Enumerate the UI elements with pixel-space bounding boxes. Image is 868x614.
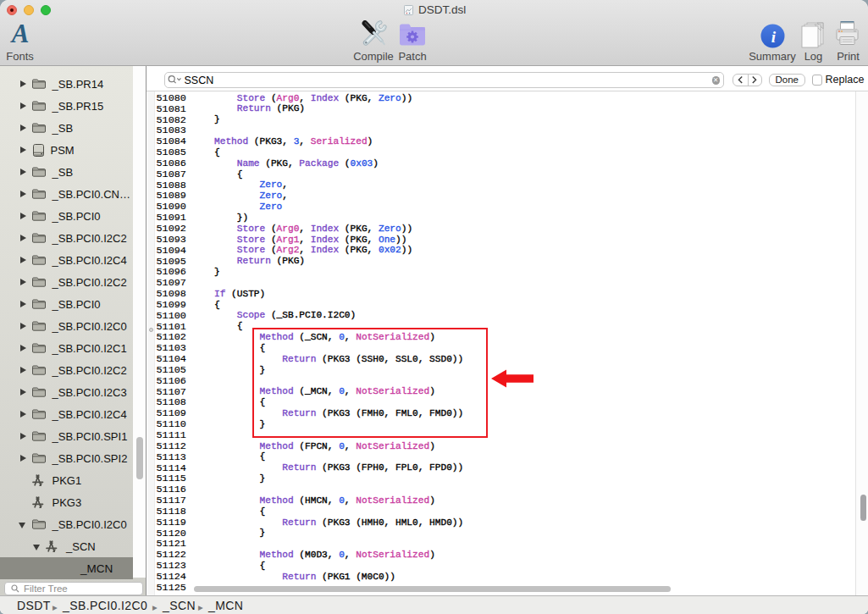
svg-text:i: i — [771, 28, 777, 46]
